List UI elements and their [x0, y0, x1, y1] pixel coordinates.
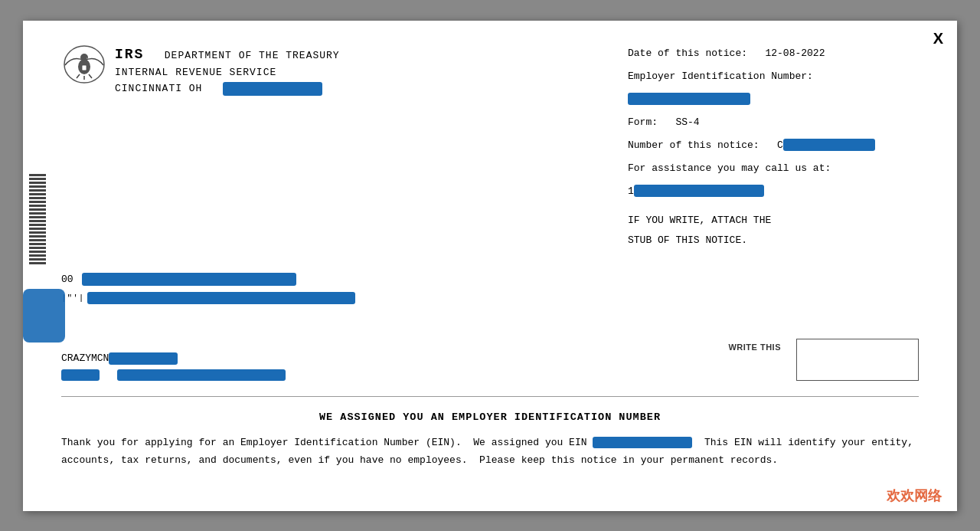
bottom-title: WE ASSIGNED YOU AN EMPLOYER IDENTIFICATI… — [61, 408, 919, 427]
document-modal: X — [23, 21, 957, 511]
notice-label: Number of this notice: — [628, 139, 760, 151]
ein-value-row — [628, 90, 919, 110]
svg-point-2 — [80, 54, 88, 61]
irs-text-block: IRS DEPARTMENT OF THE TREASURY INTERNAL … — [115, 44, 340, 97]
irs-name: IRS DEPARTMENT OF THE TREASURY — [115, 44, 340, 66]
left-column: 00 |"'| CRAZYMCN — [61, 266, 533, 381]
assistance-label: For assistance you may call us at: — [628, 162, 831, 174]
redacted-ein-bottom — [593, 437, 692, 448]
company-block: CRAZYMCN — [61, 352, 518, 381]
irs-logo-icon — [61, 44, 107, 86]
write-this-box — [796, 339, 919, 381]
right-info-block: Date of this notice: 12-08-2022 Employer… — [628, 44, 919, 251]
bottom-paragraph: Thank you for applying for an Employer I… — [61, 434, 919, 470]
redacted-company — [109, 352, 178, 365]
irs-header: IRS DEPARTMENT OF THE TREASURY INTERNAL … — [61, 44, 340, 97]
bottom-section: WE ASSIGNED YOU AN EMPLOYER IDENTIFICATI… — [61, 408, 919, 470]
form-value: SS-4 — [675, 116, 699, 128]
form-row: Form: SS-4 — [628, 113, 919, 133]
watermark: 欢欢网络 — [887, 487, 942, 505]
ein-label: Employer Identification Number: — [628, 70, 813, 82]
date-row: Date of this notice: 12-08-2022 — [628, 44, 919, 64]
main-columns: 00 |"'| CRAZYMCN — [61, 266, 919, 381]
redacted-zip — [223, 82, 322, 96]
redacted-barcode-line — [87, 292, 355, 304]
notice-number-row: Number of this notice: C — [628, 136, 919, 156]
if-you-write-line1: IF YOU WRITE, ATTACH THE — [628, 211, 919, 231]
barcode-strip — [29, 174, 46, 266]
company-address-line — [61, 369, 518, 381]
company-name-line: CRAZYMCN — [61, 352, 518, 365]
redacted-addr1 — [82, 273, 296, 286]
address-barcode-line: |"'| — [61, 290, 518, 306]
redacted-phone — [634, 185, 764, 197]
svg-rect-3 — [82, 65, 87, 70]
redacted-ein — [628, 93, 750, 105]
ein-row: Employer Identification Number: — [628, 67, 919, 87]
form-label: Form: — [628, 116, 658, 128]
company-name: CRAZYMCN — [61, 352, 109, 364]
barcode-blob — [23, 289, 65, 343]
irs-line3: CINCINNATI OH — [115, 81, 340, 97]
date-label: Date of this notice: — [628, 48, 747, 59]
section-divider — [61, 396, 919, 397]
close-button[interactable]: X — [933, 30, 943, 48]
document-area: IRS DEPARTMENT OF THE TREASURY INTERNAL … — [23, 21, 957, 511]
irs-line2: INTERNAL REVENUE SERVICE — [115, 65, 340, 81]
write-this-label: WRITE THIS — [728, 343, 781, 352]
redacted-addr-num — [61, 369, 100, 381]
address-line1: 00 — [61, 270, 518, 290]
if-you-write-line2: STUB OF THIS NOTICE. — [628, 231, 919, 251]
address-block: 00 |"'| — [61, 270, 518, 306]
redacted-notice-num — [783, 139, 875, 151]
phone-row: 1 — [628, 182, 919, 202]
date-value: 12-08-2022 — [765, 48, 825, 59]
if-you-write-block: IF YOU WRITE, ATTACH THE STUB OF THIS NO… — [628, 211, 919, 251]
top-section: IRS DEPARTMENT OF THE TREASURY INTERNAL … — [61, 44, 919, 251]
assistance-row: For assistance you may call us at: — [628, 159, 919, 179]
redacted-street — [117, 369, 286, 381]
